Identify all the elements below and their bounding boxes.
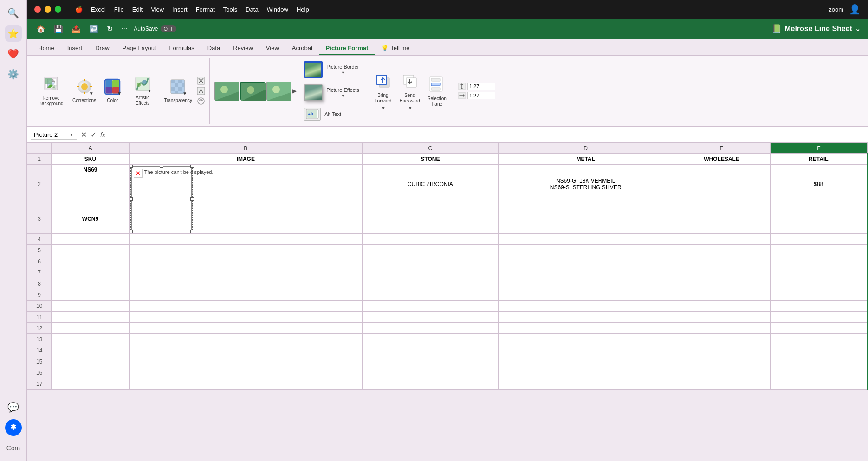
dock-bottom[interactable]: Com xyxy=(5,440,22,456)
confirm-icon[interactable]: ✓ xyxy=(91,130,97,139)
name-box-chevron[interactable]: ▼ xyxy=(69,132,74,137)
svg-rect-14 xyxy=(105,87,112,94)
close-button[interactable] xyxy=(34,6,41,13)
height-input[interactable] xyxy=(467,83,495,90)
header-retail[interactable]: RETAIL xyxy=(770,154,867,165)
tab-draw[interactable]: Draw xyxy=(89,42,116,55)
col-header-d[interactable]: D xyxy=(498,143,673,154)
tab-view[interactable]: View xyxy=(259,42,285,55)
corrections-button[interactable]: ▼ Corrections xyxy=(70,77,99,105)
compress-pictures-button[interactable] xyxy=(196,76,206,85)
send-backward-button[interactable]: SendBackward ▼ xyxy=(397,70,423,112)
cell-wholesale-2[interactable] xyxy=(673,165,770,204)
autosave-toggle[interactable]: OFF xyxy=(161,25,176,32)
artistic-effects-button[interactable]: ▼ Artistic Effects xyxy=(126,74,159,108)
cancel-icon[interactable]: ✕ xyxy=(81,130,87,139)
style-3-button[interactable] xyxy=(266,82,291,100)
style-2-button[interactable] xyxy=(240,82,265,100)
svg-point-44 xyxy=(272,86,280,93)
picture-effects-button[interactable]: Picture Effects ▼ xyxy=(301,83,362,103)
col-header-a[interactable]: A xyxy=(52,143,129,154)
tab-data[interactable]: Data xyxy=(201,42,227,55)
cell-retail-3[interactable] xyxy=(770,204,867,234)
menu-excel[interactable]: Excel xyxy=(91,6,106,13)
tab-page-layout[interactable]: Page Layout xyxy=(116,42,163,55)
dock-chat[interactable]: 💬 xyxy=(5,399,22,416)
remove-background-button[interactable]: Remove Background xyxy=(34,73,68,109)
cell-stone-2[interactable]: CUBIC ZIRCONIA xyxy=(362,165,498,204)
picture-border-dropdown[interactable]: ▼ xyxy=(341,70,345,75)
dock-heart[interactable]: ❤️ xyxy=(5,45,22,62)
transparency-button[interactable]: ▼ Transparency xyxy=(161,77,194,105)
menu-window[interactable]: Window xyxy=(267,6,288,13)
menu-format[interactable]: Format xyxy=(196,6,215,13)
share-icon[interactable]: 📤 xyxy=(70,24,83,34)
sheet-table-wrapper[interactable]: A B C D E F 1 SKU IMAGE STONE xyxy=(27,143,868,461)
doc-title-chevron[interactable]: ⌄ xyxy=(855,25,861,32)
styles-more-button[interactable]: ▶ xyxy=(292,88,297,94)
tab-insert[interactable]: Insert xyxy=(61,42,89,55)
cell-wholesale-3[interactable] xyxy=(673,204,770,234)
col-header-f[interactable]: F xyxy=(770,143,867,154)
cell-stone-3[interactable] xyxy=(362,204,498,234)
formula-input[interactable] xyxy=(109,131,864,138)
cell-retail-2[interactable]: $88 xyxy=(770,165,867,204)
maximize-button[interactable] xyxy=(55,6,61,13)
change-picture-button[interactable] xyxy=(196,86,206,96)
redo-icon[interactable]: ↻ xyxy=(105,24,115,34)
alt-text-button[interactable]: Alt Alt Text xyxy=(301,106,362,122)
undo-icon[interactable]: ↩️ xyxy=(87,24,100,34)
tab-tell-me[interactable]: 💡 Tell me xyxy=(375,42,416,55)
bring-forward-button[interactable]: BringForward ▼ xyxy=(371,70,395,112)
svg-marker-3 xyxy=(51,84,57,90)
cell-metal-3[interactable] xyxy=(498,204,673,234)
minimize-button[interactable] xyxy=(45,6,51,13)
menu-file[interactable]: File xyxy=(114,6,124,13)
menu-tools[interactable]: Tools xyxy=(223,6,237,13)
header-metal[interactable]: METAL xyxy=(498,154,673,165)
bring-forward-dropdown[interactable]: ▼ xyxy=(381,106,385,110)
style-1-button[interactable] xyxy=(214,82,239,100)
cell-metal-2[interactable]: NS69-G: 18K VERMEIL NS69-S: STERLING SIL… xyxy=(498,165,673,204)
color-button[interactable]: ▼ Color xyxy=(101,77,124,105)
reset-picture-button[interactable] xyxy=(196,96,206,106)
menu-apple[interactable]: 🍎 xyxy=(75,6,83,13)
dock-search[interactable]: 🔍 xyxy=(5,5,22,21)
cell-image-2[interactable]: ✕ The picture can't be displayed. xyxy=(129,165,362,234)
tab-formulas[interactable]: Formulas xyxy=(163,42,201,55)
menu-view[interactable]: View xyxy=(151,6,164,13)
col-header-c[interactable]: C xyxy=(362,143,498,154)
header-image[interactable]: IMAGE xyxy=(129,154,362,165)
header-wholesale[interactable]: WHOLESALE xyxy=(673,154,770,165)
tab-home[interactable]: Home xyxy=(32,42,61,55)
svg-point-34 xyxy=(198,98,204,104)
profile-icon[interactable]: 👤 xyxy=(849,4,861,15)
col-header-e[interactable]: E xyxy=(673,143,770,154)
width-input[interactable] xyxy=(467,92,495,99)
height-control xyxy=(458,83,495,90)
tab-acrobat[interactable]: Acrobat xyxy=(285,42,319,55)
tab-review[interactable]: Review xyxy=(227,42,259,55)
send-backward-dropdown[interactable]: ▼ xyxy=(408,106,412,110)
dock-star[interactable]: ⭐ xyxy=(5,25,22,42)
header-stone[interactable]: STONE xyxy=(362,154,498,165)
picture-border-button[interactable]: Picture Border ▼ xyxy=(301,59,362,80)
menu-help[interactable]: Help xyxy=(297,6,309,13)
cell-sku-2[interactable]: NS69 xyxy=(52,165,129,204)
more-icon[interactable]: ··· xyxy=(119,24,129,34)
menu-data[interactable]: Data xyxy=(246,6,258,13)
col-header-b[interactable]: B xyxy=(129,143,362,154)
dock-dropbox[interactable] xyxy=(5,419,22,436)
dock-settings[interactable]: ⚙️ xyxy=(5,66,22,83)
cell-sku-3[interactable]: WCN9 xyxy=(52,204,129,234)
menu-edit[interactable]: Edit xyxy=(132,6,143,13)
name-box[interactable]: Picture 2 ▼ xyxy=(31,130,77,140)
selection-pane-label: SelectionPane xyxy=(428,96,447,107)
tab-picture-format[interactable]: Picture Format xyxy=(319,42,375,55)
menu-insert[interactable]: Insert xyxy=(172,6,188,13)
home-icon[interactable]: 🏠 xyxy=(34,24,47,34)
picture-effects-dropdown[interactable]: ▼ xyxy=(341,94,345,98)
selection-pane-button[interactable]: SelectionPane xyxy=(425,73,449,109)
save-icon[interactable]: 💾 xyxy=(52,24,65,34)
header-sku[interactable]: SKU xyxy=(52,154,129,165)
